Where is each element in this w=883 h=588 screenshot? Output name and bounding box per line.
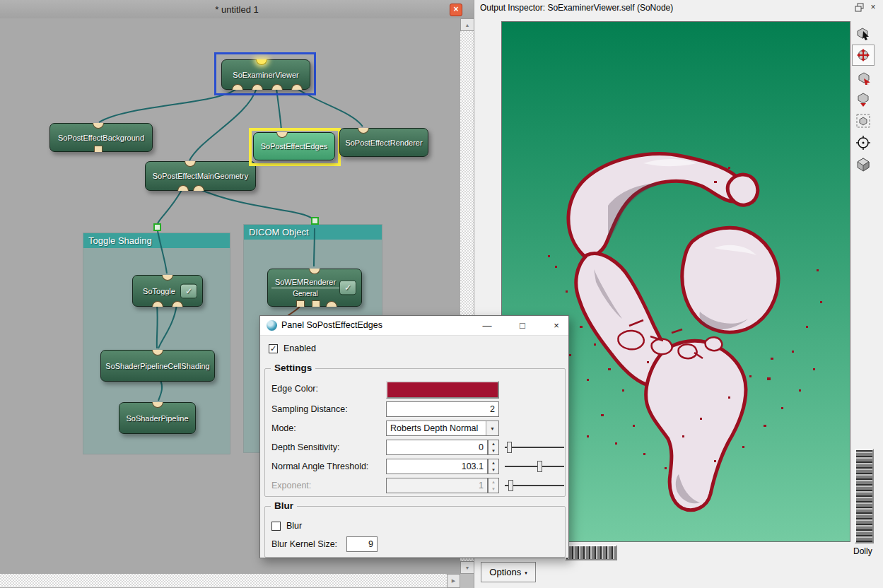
- node-soposteffectedges[interactable]: SoPostEffectEdges: [253, 132, 335, 160]
- exponent-input: [386, 478, 488, 493]
- close-icon[interactable]: ×: [544, 316, 568, 335]
- rotx-thumbwheel[interactable]: [565, 545, 617, 560]
- exponent-label: Exponent:: [271, 481, 311, 490]
- node-soshaderpipeline[interactable]: SoShaderPipeline: [119, 402, 196, 434]
- node-soposteffectbackground[interactable]: SoPostEffectBackground: [49, 123, 153, 152]
- connector-output[interactable]: [232, 84, 243, 90]
- mode-value: Roberts Depth Normal: [387, 423, 486, 433]
- group-connector-toggle[interactable]: [153, 223, 161, 231]
- output-inspector-title-bar[interactable]: Output Inspector: SoExaminerViewer.self …: [474, 0, 883, 16]
- node-sowemrenderer[interactable]: SoWEMRenderer General ✓: [267, 269, 362, 307]
- blur-kernel-size-input[interactable]: [346, 536, 378, 552]
- normal-angle-threshold-input[interactable]: [386, 459, 488, 474]
- connector-output[interactable]: [326, 301, 337, 307]
- scroll-down-icon[interactable]: ▼: [460, 561, 474, 574]
- connector-input[interactable]: [93, 123, 104, 129]
- connector-output[interactable]: [193, 185, 204, 191]
- scroll-up-icon[interactable]: ▲: [460, 18, 474, 31]
- normal-angle-threshold-slider[interactable]: [505, 461, 564, 472]
- node-label: SoShaderPipelineCellShading: [105, 362, 209, 370]
- crosshair-tool-icon[interactable]: [852, 132, 875, 153]
- network-title: * untitled 1: [215, 4, 258, 15]
- node-soposteffectrenderer[interactable]: SoPostEffectRenderer: [339, 128, 428, 157]
- connector-input-highlight[interactable]: [256, 59, 267, 65]
- connector-input[interactable]: [358, 128, 369, 134]
- node-label: SoPostEffectMainGeometry: [153, 172, 249, 180]
- panel-dialog: Panel SoPostEffectEdges — □ × ✓ Enabled …: [259, 315, 569, 558]
- network-title-bar[interactable]: * untitled 1 ×: [0, 0, 474, 19]
- sampling-distance-input[interactable]: [386, 401, 499, 417]
- connector-output[interactable]: [152, 301, 163, 307]
- perspective-tool-icon[interactable]: [852, 154, 875, 175]
- mode-label: Mode:: [271, 423, 296, 433]
- node-divider: [271, 288, 339, 288]
- node-enable-checkbox[interactable]: ✓: [180, 283, 197, 298]
- viewer-toolbar: [852, 22, 877, 176]
- connector-output-square[interactable]: [296, 300, 305, 307]
- group-connector-dicom[interactable]: [311, 217, 319, 225]
- connector-output[interactable]: [177, 185, 189, 191]
- spin-up-icon: ▲: [489, 459, 498, 466]
- connector-output[interactable]: [252, 84, 263, 90]
- node-soposteffectmaingeometry[interactable]: SoPostEffectMainGeometry: [145, 161, 256, 191]
- blur-checkbox-label: Blur: [286, 521, 302, 531]
- node-soexaminerviewer[interactable]: SoExaminerViewer: [221, 59, 310, 90]
- node-label: SoPostEffectBackground: [58, 134, 144, 142]
- scroll-right-icon[interactable]: ▶: [447, 574, 460, 588]
- view-down-tool-icon[interactable]: [852, 88, 875, 110]
- normal-angle-threshold-spinner[interactable]: ▲▼: [488, 459, 499, 474]
- normal-angle-threshold-label: Normal Angle Threshold:: [271, 461, 368, 471]
- connector-output-square[interactable]: [94, 146, 103, 152]
- connector-input[interactable]: [162, 275, 173, 281]
- node-label: SoShaderPipeline: [126, 414, 188, 423]
- blur-kernel-size-label: Blur Kernel Size:: [271, 539, 337, 549]
- depth-sensitivity-spinner[interactable]: ▲▼: [488, 440, 499, 455]
- node-label: SoWEMRenderer: [275, 278, 336, 286]
- app-root: * untitled 1 × Toggle Shading DICOM Obje…: [0, 0, 883, 588]
- dialog-title: Panel SoPostEffectEdges: [281, 320, 382, 330]
- mode-dropdown[interactable]: Roberts Depth Normal ▼: [386, 421, 499, 436]
- spin-up-icon: ▲: [489, 478, 498, 486]
- app-logo-icon: [267, 320, 277, 331]
- connector-input[interactable]: [309, 269, 320, 274]
- scrollbar-corner: [460, 574, 474, 588]
- node-label: SoExaminerViewer: [233, 71, 298, 79]
- connector-output[interactable]: [291, 84, 303, 90]
- blur-group: Blur: [264, 506, 566, 558]
- pick-tool-icon[interactable]: [852, 23, 875, 44]
- spin-up-icon: ▲: [489, 440, 498, 447]
- dialog-title-bar[interactable]: Panel SoPostEffectEdges — □ ×: [260, 316, 568, 336]
- node-sotoggle[interactable]: SoToggle ✓: [132, 275, 203, 307]
- connector-input[interactable]: [152, 402, 163, 408]
- minimize-icon[interactable]: —: [475, 316, 499, 335]
- spin-down-icon: ▼: [489, 466, 498, 474]
- connector-output[interactable]: [172, 301, 183, 307]
- close-icon[interactable]: ×: [868, 3, 878, 13]
- connector-input[interactable]: [276, 132, 288, 138]
- dolly-thumbwheel[interactable]: [855, 449, 874, 543]
- float-panel-icon[interactable]: [855, 3, 865, 13]
- seek-tool-icon[interactable]: [852, 66, 875, 88]
- options-button[interactable]: Options ▾: [481, 562, 536, 582]
- edge-color-swatch[interactable]: [386, 381, 499, 399]
- rotate-tool-icon[interactable]: [852, 45, 875, 66]
- node-enable-checkbox[interactable]: ✓: [339, 281, 356, 295]
- enabled-label: Enabled: [283, 343, 316, 353]
- chevron-down-icon: ▾: [525, 570, 527, 576]
- enabled-checkbox[interactable]: ✓: [269, 344, 278, 353]
- dropdown-arrow-icon[interactable]: ▼: [486, 421, 498, 435]
- close-icon[interactable]: ×: [450, 4, 462, 16]
- connector-output-square[interactable]: [312, 300, 320, 307]
- depth-sensitivity-slider[interactable]: [505, 442, 564, 453]
- connector-input[interactable]: [185, 161, 196, 167]
- spin-down-icon: ▼: [489, 486, 498, 493]
- node-soshaderpipelinecellshading[interactable]: SoShaderPipelineCellShading: [100, 350, 215, 382]
- maximize-icon[interactable]: □: [510, 316, 534, 335]
- view-all-tool-icon[interactable]: [852, 110, 875, 131]
- connector-input[interactable]: [152, 350, 163, 355]
- blur-checkbox[interactable]: ✓: [271, 522, 281, 531]
- horizontal-scrollbar[interactable]: ▶: [0, 574, 460, 587]
- settings-group-title: Settings: [271, 363, 315, 373]
- depth-sensitivity-input[interactable]: [386, 440, 488, 455]
- connector-output[interactable]: [271, 84, 283, 90]
